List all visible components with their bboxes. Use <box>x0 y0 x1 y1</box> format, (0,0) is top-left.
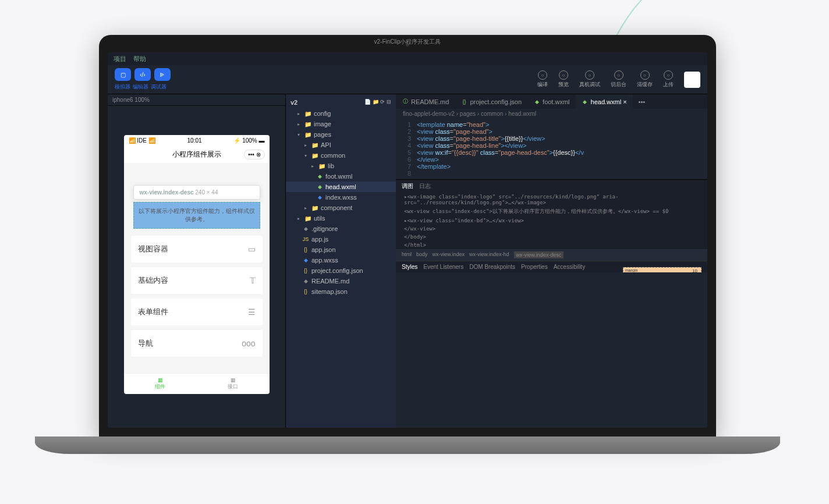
editor-tab-project.config.json[interactable]: {}project.config.json <box>455 94 527 109</box>
simulator-panel: iphone6 100% 📶 IDE 📶 10:01 ⚡ 100% ▬ 小程序组… <box>108 94 285 428</box>
folder-common[interactable]: ▾📁common <box>286 150 396 161</box>
editor-tab-head.wxml[interactable]: ◆head.wxml × <box>576 94 633 109</box>
simulator-toggle[interactable]: ▢ <box>115 68 131 81</box>
file-head.wxml[interactable]: ◆head.wxml <box>286 182 396 192</box>
crumb-wx-view.index-desc[interactable]: wx-view.index-desc <box>514 251 564 258</box>
laptop-base <box>35 436 780 454</box>
dom-node-3[interactable]: </wx-view> <box>396 225 707 233</box>
toolbar-真机调试[interactable]: ○真机调试 <box>579 70 600 88</box>
dom-node-5[interactable]: </html> <box>396 241 707 249</box>
menu-item-3[interactable]: 导航ooo <box>131 330 263 357</box>
file-explorer: v2 📄 📁 ⟳ ⊟ ▸📁config▸📁image▾📁pages▸📁API▾📁… <box>285 94 396 428</box>
file-sitemap.json[interactable]: {}sitemap.json <box>286 286 396 297</box>
label-simulator: 模拟器 <box>115 83 130 91</box>
phone-preview: 📶 IDE 📶 10:01 ⚡ 100% ▬ 小程序组件展示 ••• ⊗ wx-… <box>124 135 270 394</box>
dom-tab-elements[interactable]: 调图 <box>402 182 413 190</box>
highlighted-element[interactable]: 以下将展示小程序官方组件能力，组件样式仅供参考。 <box>133 202 260 229</box>
editor-tab-foot.wxml[interactable]: ◆foot.wxml <box>527 94 575 109</box>
dom-node-0[interactable]: ▸<wx-image class="index-logo" src="../re… <box>396 193 707 207</box>
dom-node-4[interactable]: </body> <box>396 233 707 241</box>
file-index.wxss[interactable]: ◆index.wxss <box>286 192 396 203</box>
dom-inspector: 调图 日志 ▸<wx-image class="index-logo" src=… <box>396 179 707 272</box>
folder-API[interactable]: ▸📁API <box>286 140 396 150</box>
folder-utils[interactable]: ▸📁utils <box>286 213 396 223</box>
app-title: 小程序组件展示 <box>172 150 221 159</box>
inspector-tooltip: wx-view.index-desc 240 × 44 <box>133 185 260 200</box>
file-.gitignore[interactable]: ◆.gitignore <box>286 223 396 234</box>
file-foot.wxml[interactable]: ◆foot.wxml <box>286 171 396 182</box>
menu-help[interactable]: 帮助 <box>133 55 146 63</box>
dom-node-2[interactable]: ▸<wx-view class="index-bd">…</wx-view> <box>396 216 707 225</box>
menubar: 项目 帮助 <box>108 52 707 65</box>
label-editor: 编辑器 <box>133 83 148 91</box>
toolbar-编译[interactable]: ○编译 <box>537 70 548 88</box>
code-editor[interactable]: 1<template name="head">2 <view class="pa… <box>396 119 707 179</box>
folder-config[interactable]: ▸📁config <box>286 108 396 119</box>
status-battery: ⚡ 100% ▬ <box>233 137 264 144</box>
folder-image[interactable]: ▸📁image <box>286 119 396 129</box>
crumb-wx-view.index-hd[interactable]: wx-view.index-hd <box>469 251 509 258</box>
folder-pages[interactable]: ▾📁pages <box>286 129 396 140</box>
toolbar-上传[interactable]: ○上传 <box>663 70 674 88</box>
capsule-menu[interactable]: ••• ⊗ <box>244 150 264 159</box>
devtools-tab-Accessibility[interactable]: Accessibility <box>554 264 585 270</box>
crumb-body[interactable]: body <box>416 251 428 258</box>
explorer-root[interactable]: v2 <box>290 99 297 106</box>
camera-dot <box>406 43 409 47</box>
folder-lib[interactable]: ▸📁lib <box>286 161 396 171</box>
devtools-tab-DOM Breakpoints[interactable]: DOM Breakpoints <box>469 264 515 270</box>
file-app.json[interactable]: {}app.json <box>286 244 396 255</box>
crumb-html[interactable]: html <box>402 251 412 258</box>
crumb-wx-view.index[interactable]: wx-view.index <box>433 251 465 258</box>
devtools-tab-Properties[interactable]: Properties <box>521 264 548 270</box>
phone-tab-接口[interactable]: ▦接口 <box>197 374 270 394</box>
toolbar-切后台[interactable]: ○切后台 <box>611 70 626 88</box>
file-README.md[interactable]: ◆README.md <box>286 276 396 286</box>
dom-tab-console[interactable]: 日志 <box>419 182 431 190</box>
phone-tab-组件[interactable]: ▦组件 <box>124 374 197 394</box>
laptop-frame: v2-FinClip小程序开发工具 项目 帮助 ▢ ‹/› ⫸ 模拟器 编辑器 … <box>99 35 716 454</box>
file-app.wxss[interactable]: ◆app.wxss <box>286 255 396 265</box>
file-app.js[interactable]: JSapp.js <box>286 234 396 244</box>
folder-component[interactable]: ▸📁component <box>286 203 396 213</box>
debugger-toggle[interactable]: ⫸ <box>154 68 171 81</box>
status-time: 10:01 <box>187 137 202 144</box>
toolbar: ▢ ‹/› ⫸ 模拟器 编辑器 调试器 ○编译○预览○真机调试○切后台○清缓存○… <box>108 65 707 94</box>
tab-overflow[interactable]: ••• <box>633 94 651 109</box>
ide-window: v2-FinClip小程序开发工具 项目 帮助 ▢ ‹/› ⫸ 模拟器 编辑器 … <box>108 52 707 428</box>
menu-item-2[interactable]: 表单组件☰ <box>131 299 263 325</box>
explorer-actions[interactable]: 📄 📁 ⟳ ⊟ <box>364 99 391 106</box>
avatar[interactable] <box>684 72 700 88</box>
breadcrumb[interactable]: fino-applet-demo-v2 › pages › common › h… <box>396 109 707 119</box>
toolbar-清缓存[interactable]: ○清缓存 <box>637 70 653 88</box>
menu-project[interactable]: 项目 <box>114 55 126 63</box>
toolbar-预览[interactable]: ○预览 <box>558 70 569 88</box>
status-signal: 📶 IDE 📶 <box>129 137 155 144</box>
device-label[interactable]: iphone6 100% <box>108 94 285 106</box>
label-debugger: 调试器 <box>151 83 166 91</box>
dom-node-1[interactable]: <wx-view class="index-desc">以下将展示小程序官方组件… <box>396 207 707 216</box>
menu-item-1[interactable]: 基础内容𝕋 <box>131 267 263 294</box>
editor-toggle[interactable]: ‹/› <box>134 68 151 81</box>
menu-item-0[interactable]: 视图容器▭ <box>131 236 263 262</box>
file-project.config.json[interactable]: {}project.config.json <box>286 265 396 276</box>
devtools-tab-Styles[interactable]: Styles <box>402 264 417 270</box>
box-model: margin10 border padding 240 × 44 - - - <box>617 261 707 272</box>
editor-tab-README.md[interactable]: ⓘREADME.md <box>396 94 455 109</box>
devtools-tab-Event Listeners[interactable]: Event Listeners <box>423 264 463 270</box>
